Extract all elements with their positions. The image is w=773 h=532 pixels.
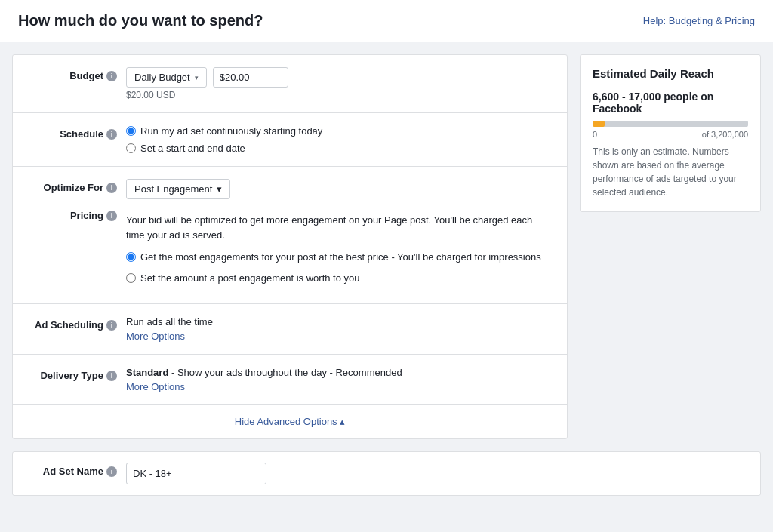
schedule-option2-label[interactable]: Set a start and end date — [140, 143, 245, 154]
schedule-option2-row: Set a start and end date — [126, 143, 552, 154]
delivery-type-row-wrapper: Delivery Type i Standard - Show your ads… — [28, 367, 552, 392]
ad-set-name-info-icon[interactable]: i — [106, 466, 117, 477]
reach-label-left: 0 — [593, 130, 597, 139]
reach-bar-fill — [593, 121, 605, 127]
pricing-option2-row: Set the amount a post engagement is wort… — [126, 271, 552, 286]
delivery-type-content: Standard - Show your ads throughout the … — [126, 367, 552, 392]
reach-number: 6,600 - 17,000 people on Facebook — [593, 91, 748, 115]
reach-description: This is only an estimate. Numbers shown … — [593, 145, 748, 199]
left-panel: Budget i Daily Budget ▾ $20.00 USD — [12, 54, 568, 439]
schedule-row-wrapper: Schedule i Run my ad set continuously st… — [28, 125, 552, 154]
schedule-radio-continuous[interactable] — [126, 126, 136, 136]
estimated-reach-title: Estimated Daily Reach — [593, 67, 748, 80]
ad-scheduling-content: Run ads all the time More Options — [126, 316, 552, 342]
bottom-section-wrapper: Ad Set Name i — [0, 451, 773, 508]
ad-scheduling-label: Ad Scheduling i — [28, 316, 126, 331]
optimize-row-wrapper: Optimize For i Post Engagement ▾ — [28, 179, 552, 199]
budget-row-wrapper: Budget i Daily Budget ▾ $20.00 USD — [28, 67, 552, 100]
pricing-info-icon[interactable]: i — [106, 211, 117, 221]
budget-usd-label: $20.00 USD — [126, 90, 552, 100]
budget-amount-input[interactable] — [213, 67, 288, 88]
schedule-info-icon[interactable]: i — [106, 129, 117, 140]
ad-scheduling-row-wrapper: Ad Scheduling i Run ads all the time Mor… — [28, 316, 552, 342]
schedule-option1-row: Run my ad set continuously starting toda… — [126, 125, 552, 137]
ad-set-name-label: Ad Set Name i — [28, 463, 126, 477]
hide-advanced-options-link[interactable]: Hide Advanced Options ▴ — [235, 416, 345, 427]
schedule-content: Run my ad set continuously starting toda… — [126, 125, 552, 154]
delivery-type-info-icon[interactable]: i — [106, 371, 117, 381]
pricing-radio-group: Get the most engagements for your post a… — [126, 250, 552, 285]
pricing-content: Your bid will be optimized to get more e… — [126, 207, 552, 291]
pricing-description: Your bid will be optimized to get more e… — [126, 213, 552, 242]
budget-content: Daily Budget ▾ $20.00 USD — [126, 67, 552, 100]
ad-set-name-section: Ad Set Name i — [12, 451, 761, 496]
ad-scheduling-more-options[interactable]: More Options — [126, 331, 552, 342]
schedule-radio-startend[interactable] — [126, 143, 136, 153]
ad-scheduling-value: Run ads all the time — [126, 316, 552, 328]
budget-section: Budget i Daily Budget ▾ $20.00 USD — [13, 55, 567, 113]
reach-bar-background — [593, 121, 748, 127]
optimize-content: Post Engagement ▾ — [126, 179, 552, 199]
delivery-type-label: Delivery Type i — [28, 367, 126, 381]
pricing-radio-best-price[interactable] — [126, 252, 136, 262]
ad-scheduling-info-icon[interactable]: i — [106, 320, 117, 331]
hide-options-section: Hide Advanced Options ▴ — [13, 405, 567, 438]
optimize-section: Optimize For i Post Engagement ▾ Pricing — [13, 167, 567, 304]
optimize-label: Optimize For i — [28, 179, 126, 193]
pricing-row-wrapper: Pricing i Your bid will be optimized to … — [28, 207, 552, 291]
budget-type-dropdown[interactable]: Daily Budget ▾ — [126, 67, 207, 88]
ad-set-name-input[interactable] — [126, 463, 266, 484]
optimize-info-icon[interactable]: i — [106, 183, 117, 193]
dropdown-arrow-icon: ▾ — [195, 74, 199, 81]
pricing-option2-label[interactable]: Set the amount a post engagement is wort… — [140, 271, 360, 286]
page-wrapper: How much do you want to spend? Help: Bud… — [0, 0, 773, 532]
reach-labels: 0 of 3,200,000 — [593, 130, 748, 139]
help-link[interactable]: Help: Budgeting & Pricing — [643, 15, 755, 26]
pricing-option1-label[interactable]: Get the most engagements for your post a… — [140, 250, 541, 265]
page-header: How much do you want to spend? Help: Bud… — [0, 0, 773, 42]
delivery-type-section: Delivery Type i Standard - Show your ads… — [13, 355, 567, 405]
schedule-section: Schedule i Run my ad set continuously st… — [13, 113, 567, 167]
reach-label-right: of 3,200,000 — [702, 130, 748, 139]
pricing-option1-row: Get the most engagements for your post a… — [126, 250, 552, 265]
ad-set-name-content — [126, 463, 745, 484]
budget-input-row: Daily Budget ▾ — [126, 67, 552, 88]
ad-scheduling-section: Ad Scheduling i Run ads all the time Mor… — [13, 304, 567, 355]
page-title: How much do you want to spend? — [18, 12, 263, 29]
main-content: Budget i Daily Budget ▾ $20.00 USD — [0, 42, 773, 451]
pricing-radio-custom[interactable] — [126, 273, 136, 283]
delivery-type-more-options[interactable]: More Options — [126, 381, 552, 392]
schedule-label: Schedule i — [28, 125, 126, 140]
ad-set-name-row: Ad Set Name i — [28, 463, 745, 484]
reach-bar-container — [593, 121, 748, 127]
budget-label: Budget i — [28, 67, 126, 81]
pricing-label: Pricing i — [28, 207, 126, 221]
optimize-dropdown-arrow-icon: ▾ — [217, 183, 222, 195]
optimize-type-dropdown[interactable]: Post Engagement ▾ — [126, 179, 230, 199]
schedule-option1-label[interactable]: Run my ad set continuously starting toda… — [140, 125, 322, 137]
budget-info-icon[interactable]: i — [106, 71, 117, 81]
delivery-type-value: Standard - Show your ads throughout the … — [126, 367, 552, 378]
right-panel: Estimated Daily Reach 6,600 - 17,000 peo… — [580, 54, 761, 212]
